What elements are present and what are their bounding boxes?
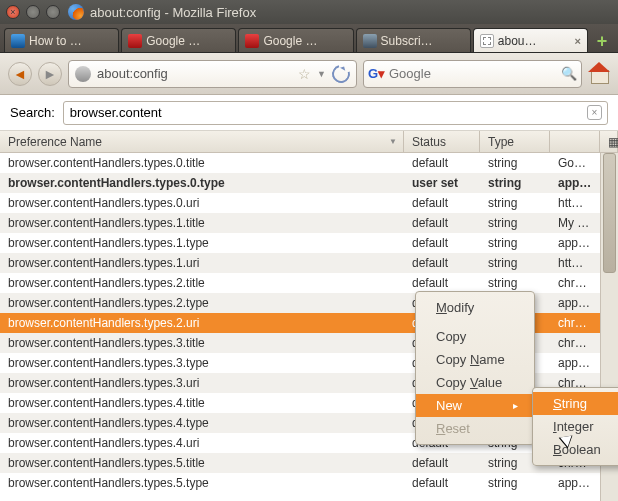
scrollbar-thumb[interactable] bbox=[603, 153, 616, 273]
table-header: Preference Name ▼ Status Type ▦ bbox=[0, 131, 618, 153]
cell-value: app… bbox=[550, 174, 600, 192]
table-row[interactable]: browser.contentHandlers.types.0.uridefau… bbox=[0, 193, 600, 213]
ctx-copy-name[interactable]: Copy Name bbox=[416, 348, 534, 371]
cell-type: string bbox=[480, 154, 550, 172]
table-row[interactable]: browser.contentHandlers.types.5.typedefa… bbox=[0, 473, 600, 493]
window-controls: × bbox=[6, 5, 60, 19]
url-dropdown-icon[interactable]: ▼ bbox=[317, 69, 326, 79]
ctx-label: odify bbox=[447, 300, 474, 315]
cell-status: default bbox=[404, 214, 480, 232]
ctx-copy[interactable]: Copy bbox=[416, 325, 534, 348]
cell-name: browser.contentHandlers.types.3.type bbox=[0, 354, 404, 372]
context-menu: Modify Copy Copy Name Copy Value New ▸ R… bbox=[415, 291, 535, 445]
ctx-modify[interactable]: Modify bbox=[416, 296, 534, 319]
cell-name: browser.contentHandlers.types.2.title bbox=[0, 274, 404, 292]
ctx-new-boolean[interactable]: Boolean bbox=[533, 438, 618, 461]
cell-name: browser.contentHandlers.types.2.uri bbox=[0, 314, 404, 332]
cell-name: browser.contentHandlers.types.4.type bbox=[0, 414, 404, 432]
col-type[interactable]: Type bbox=[480, 131, 550, 152]
favicon-icon bbox=[480, 34, 494, 48]
col-preference-name[interactable]: Preference Name ▼ bbox=[0, 131, 404, 152]
cell-type: string bbox=[480, 174, 550, 192]
table-row[interactable]: browser.contentHandlers.types.0.titledef… bbox=[0, 153, 600, 173]
back-button[interactable]: ◄ bbox=[8, 62, 32, 86]
cell-value: chr… bbox=[550, 274, 600, 292]
tab-label: Subscri… bbox=[381, 34, 464, 48]
col-picker[interactable]: ▦ bbox=[600, 131, 618, 152]
cell-value: chr… bbox=[550, 334, 600, 352]
favicon-icon bbox=[363, 34, 377, 48]
cell-type: string bbox=[480, 254, 550, 272]
table-row[interactable]: browser.contentHandlers.types.2.titledef… bbox=[0, 273, 600, 293]
tab-aboutconfig[interactable]: abou… × bbox=[473, 28, 588, 52]
tab-label: abou… bbox=[498, 34, 571, 48]
ctx-label: New bbox=[436, 398, 462, 413]
ctx-reset: Reset bbox=[416, 417, 534, 440]
cell-name: browser.contentHandlers.types.3.title bbox=[0, 334, 404, 352]
ctx-new-integer[interactable]: Integer bbox=[533, 415, 618, 438]
ctx-new[interactable]: New ▸ bbox=[416, 394, 534, 417]
cell-status: default bbox=[404, 454, 480, 472]
minimize-button[interactable] bbox=[26, 5, 40, 19]
col-label: Preference Name bbox=[8, 135, 102, 149]
cell-status: default bbox=[404, 274, 480, 292]
table-row[interactable]: browser.contentHandlers.types.1.titledef… bbox=[0, 213, 600, 233]
search-go-icon[interactable]: 🔍 bbox=[561, 66, 577, 81]
search-bar[interactable]: G▾ 🔍 bbox=[363, 60, 582, 88]
search-input[interactable] bbox=[63, 101, 608, 125]
cell-value: app… bbox=[550, 474, 600, 492]
reload-icon[interactable] bbox=[329, 61, 354, 86]
search-row: Search: × bbox=[0, 95, 618, 131]
cell-type: string bbox=[480, 474, 550, 492]
tab-close-icon[interactable]: × bbox=[575, 35, 581, 47]
cell-value: htt… bbox=[550, 254, 600, 272]
cell-value: My … bbox=[550, 214, 600, 232]
bookmark-star-icon[interactable]: ☆ bbox=[298, 66, 311, 82]
home-button[interactable] bbox=[588, 64, 610, 84]
clear-search-icon[interactable]: × bbox=[587, 105, 602, 120]
ctx-copy-value[interactable]: Copy Value bbox=[416, 371, 534, 394]
table-row[interactable]: browser.contentHandlers.types.5.titledef… bbox=[0, 453, 600, 473]
favicon-icon bbox=[245, 34, 259, 48]
cell-value: htt… bbox=[550, 194, 600, 212]
cell-name: browser.contentHandlers.types.0.uri bbox=[0, 194, 404, 212]
table-row[interactable]: browser.contentHandlers.types.0.typeuser… bbox=[0, 173, 600, 193]
url-bar[interactable]: ☆ ▼ bbox=[68, 60, 357, 88]
cell-name: browser.contentHandlers.types.1.uri bbox=[0, 254, 404, 272]
cell-name: browser.contentHandlers.types.0.title bbox=[0, 154, 404, 172]
google-engine-icon[interactable]: G▾ bbox=[368, 66, 385, 81]
new-tab-button[interactable]: + bbox=[590, 30, 614, 52]
cell-name: browser.contentHandlers.types.3.uri bbox=[0, 374, 404, 392]
globe-icon bbox=[75, 66, 91, 82]
submenu-arrow-icon: ▸ bbox=[513, 400, 518, 411]
cell-value: app… bbox=[550, 234, 600, 252]
cell-status: default bbox=[404, 234, 480, 252]
tab-google-2[interactable]: Google … bbox=[238, 28, 353, 52]
table-row[interactable]: browser.contentHandlers.types.1.typedefa… bbox=[0, 233, 600, 253]
cell-value: app… bbox=[550, 294, 600, 312]
tab-google-1[interactable]: Google … bbox=[121, 28, 236, 52]
sort-indicator-icon: ▼ bbox=[389, 137, 397, 146]
cell-type: string bbox=[480, 214, 550, 232]
forward-button[interactable]: ► bbox=[38, 62, 62, 86]
maximize-button[interactable] bbox=[46, 5, 60, 19]
search-engine-input[interactable] bbox=[389, 66, 557, 81]
col-value[interactable] bbox=[550, 131, 600, 152]
cell-value: Goo… bbox=[550, 154, 600, 172]
cell-status: user set bbox=[404, 174, 480, 192]
firefox-icon bbox=[68, 4, 84, 20]
cell-value: chr… bbox=[550, 314, 600, 332]
cell-value: app… bbox=[550, 354, 600, 372]
tab-label: Google … bbox=[263, 34, 346, 48]
tab-subscribe[interactable]: Subscri… bbox=[356, 28, 471, 52]
table-row[interactable]: browser.contentHandlers.types.1.uridefau… bbox=[0, 253, 600, 273]
close-button[interactable]: × bbox=[6, 5, 20, 19]
col-status[interactable]: Status bbox=[404, 131, 480, 152]
tab-label: How to … bbox=[29, 34, 112, 48]
tab-strip: How to … Google … Google … Subscri… abou… bbox=[0, 24, 618, 53]
url-input[interactable] bbox=[97, 66, 292, 81]
nav-toolbar: ◄ ► ☆ ▼ G▾ 🔍 bbox=[0, 53, 618, 95]
tab-howto[interactable]: How to … bbox=[4, 28, 119, 52]
favicon-icon bbox=[128, 34, 142, 48]
ctx-new-string[interactable]: String bbox=[533, 392, 618, 415]
